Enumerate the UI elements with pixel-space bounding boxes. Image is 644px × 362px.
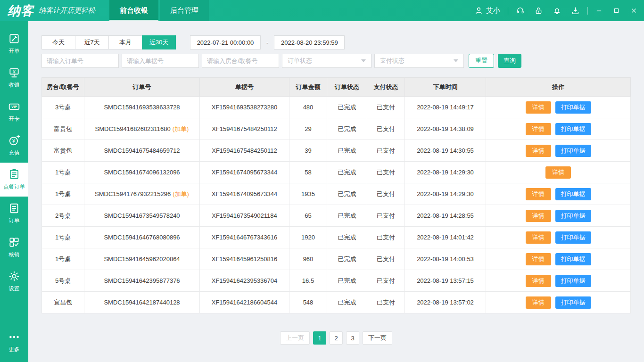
prev-page-button[interactable]: 上一页 xyxy=(280,331,310,345)
cell-amount: 480 xyxy=(289,97,327,118)
print-receipt-button[interactable]: 打印单据 xyxy=(555,231,591,244)
order-status-select[interactable]: 订单状态 xyxy=(282,54,372,68)
next-page-button[interactable]: 下一页 xyxy=(363,331,392,345)
table-row: 2号桌SMDC15941673549578240XF15941673549021… xyxy=(42,205,631,227)
order-no-text: SMDC15941682602311680 xyxy=(95,125,171,132)
range-button-last7days[interactable]: 近7天 xyxy=(75,35,109,49)
detail-button[interactable]: 详情 xyxy=(526,253,551,265)
pay-status-select[interactable]: 支付状态 xyxy=(374,54,464,68)
order-no-text: SMDC15941767932215296 xyxy=(95,190,171,197)
sidebar-item-open-card[interactable]: VIP开卡 xyxy=(0,95,28,129)
order-icon xyxy=(8,202,20,214)
download-icon[interactable] xyxy=(571,6,580,15)
bell-icon[interactable] xyxy=(553,6,561,15)
cell-order-status: 已完成 xyxy=(327,140,367,162)
pay-status-value: 支付状态 xyxy=(380,57,405,65)
detail-button[interactable]: 详情 xyxy=(526,123,551,135)
cell-order-status: 已完成 xyxy=(327,118,367,140)
cell-receipt-no: XF15941673549021184 xyxy=(200,205,289,227)
page-button-1[interactable]: 1 xyxy=(313,331,326,345)
cell-room: 1号桌 xyxy=(42,227,84,248)
page-button-3[interactable]: 3 xyxy=(346,331,359,345)
cell-actions: 详情打印单据 xyxy=(486,183,631,205)
cell-time: 2022-08-19 14:29:30 xyxy=(405,183,486,205)
date-range-separator: - xyxy=(266,39,268,46)
detail-button[interactable]: 详情 xyxy=(526,145,551,157)
sidebar-item-open-bill[interactable]: 开单 xyxy=(0,27,28,61)
cell-time: 2022-08-19 14:29:30 xyxy=(405,162,486,183)
print-receipt-button[interactable]: 打印单据 xyxy=(555,210,591,222)
detail-button[interactable]: 详情 xyxy=(526,188,551,200)
top-tab-backend-admin[interactable]: 后台管理 xyxy=(160,0,209,21)
date-from-input[interactable] xyxy=(190,35,261,49)
table-row: 1号桌SMDC15941646768080896XF15941646767343… xyxy=(42,227,631,248)
sidebar-item-settings[interactable]: 设置 xyxy=(0,264,28,298)
cell-room: 1号桌 xyxy=(42,162,84,183)
sidebar-item-verify[interactable]: 核销 xyxy=(0,230,28,264)
recharge-icon: ¥ xyxy=(8,134,20,147)
print-receipt-button[interactable]: 打印单据 xyxy=(555,123,591,135)
cell-order-status: 已完成 xyxy=(327,248,367,270)
sidebar: 开单¥收银VIP开卡¥充值点餐订单订单核销设置更多 xyxy=(0,21,28,362)
reset-button[interactable]: 重置 xyxy=(469,54,494,68)
order-no-text: SMDC15941673549578240 xyxy=(104,212,180,219)
cell-receipt-no: XF15941693538273280 xyxy=(200,97,289,118)
detail-button[interactable]: 详情 xyxy=(545,166,571,179)
sidebar-item-more[interactable]: 更多 xyxy=(0,325,28,359)
cell-time: 2022-08-19 14:49:17 xyxy=(405,97,486,118)
range-button-today[interactable]: 今天 xyxy=(41,35,75,49)
order-no-text: SMDC15941646768080896 xyxy=(104,234,180,241)
print-receipt-button[interactable]: 打印单据 xyxy=(555,145,591,157)
cell-pay-status: 已支付 xyxy=(367,140,405,162)
cell-actions: 详情打印单据 xyxy=(486,140,631,162)
detail-button[interactable]: 详情 xyxy=(526,210,551,222)
close-icon[interactable] xyxy=(630,7,637,14)
detail-button[interactable]: 详情 xyxy=(526,296,551,309)
cell-room: 1号桌 xyxy=(42,248,84,270)
column-header: 房台/取餐号 xyxy=(42,78,84,97)
print-receipt-button[interactable]: 打印单据 xyxy=(555,188,591,200)
sidebar-item-order[interactable]: 订单 xyxy=(0,197,28,230)
detail-button[interactable]: 详情 xyxy=(526,275,551,287)
room-no-input[interactable] xyxy=(202,54,279,68)
print-receipt-button[interactable]: 打印单据 xyxy=(555,275,591,287)
minimize-icon[interactable] xyxy=(595,7,603,14)
table-row: 富贵包SMDC15941675484659712XF15941675484250… xyxy=(42,140,631,162)
cell-order-status: 已完成 xyxy=(327,162,367,183)
cell-pay-status: 已支付 xyxy=(367,97,405,118)
bill-icon xyxy=(8,33,20,45)
lock-icon[interactable] xyxy=(534,6,543,15)
user-menu[interactable]: 艾小 xyxy=(474,6,500,15)
sidebar-item-cashier[interactable]: ¥收银 xyxy=(0,61,28,95)
print-receipt-button[interactable]: 打印单据 xyxy=(555,253,591,265)
orders-table: 房台/取餐号订单号单据号订单金额订单状态支付状态下单时间操作 3号桌SMDC15… xyxy=(41,77,631,313)
range-button-last30days[interactable]: 近30天 xyxy=(142,35,176,49)
sidebar-item-recharge[interactable]: ¥充值 xyxy=(0,129,28,163)
page-button-2[interactable]: 2 xyxy=(330,331,343,345)
detail-button[interactable]: 详情 xyxy=(526,101,551,114)
cell-pay-status: 已支付 xyxy=(367,183,405,205)
sidebar-item-label: 收银 xyxy=(9,81,20,89)
cell-actions: 详情打印单据 xyxy=(486,227,631,248)
receipt-no-input[interactable] xyxy=(122,54,199,68)
sidebar-item-food-order[interactable]: 点餐订单 xyxy=(0,163,28,197)
cell-time: 2022-08-19 14:38:09 xyxy=(405,118,486,140)
print-receipt-button[interactable]: 打印单据 xyxy=(555,296,591,309)
cell-pay-status: 已支付 xyxy=(367,248,405,270)
date-to-input[interactable] xyxy=(274,35,345,49)
cell-amount: 1920 xyxy=(289,227,327,248)
table-row: 3号桌SMDC15941693538633728XF15941693538273… xyxy=(42,97,631,118)
svg-text:¥: ¥ xyxy=(12,138,16,144)
cell-amount: 1935 xyxy=(289,183,327,205)
maximize-icon[interactable] xyxy=(613,7,620,14)
cell-actions: 详情打印单据 xyxy=(486,248,631,270)
column-header: 操作 xyxy=(486,78,631,97)
search-button[interactable]: 查询 xyxy=(498,54,521,68)
detail-button[interactable]: 详情 xyxy=(526,231,551,244)
print-receipt-button[interactable]: 打印单据 xyxy=(555,101,591,114)
range-button-this-month[interactable]: 本月 xyxy=(108,35,142,49)
order-no-input[interactable] xyxy=(41,54,119,68)
vip-card-icon: VIP xyxy=(8,100,20,113)
top-tab-front-cashier[interactable]: 前台收银 xyxy=(109,0,158,21)
headset-icon[interactable] xyxy=(516,6,525,15)
